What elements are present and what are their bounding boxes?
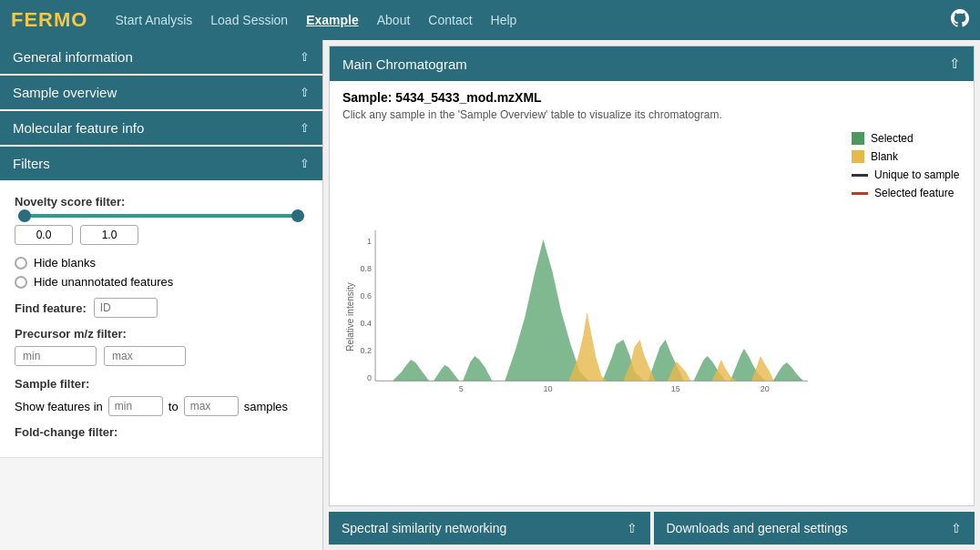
svg-marker-16 [505, 239, 588, 381]
accordion-sample-overview-label: Sample overview [13, 85, 117, 100]
svg-text:15: 15 [671, 384, 680, 393]
chromatogram-header[interactable]: Main Chromatogram ⇧ [330, 46, 974, 81]
spectral-panel[interactable]: Spectral similarity networking ⇧ [329, 512, 650, 545]
svg-text:0.4: 0.4 [361, 319, 373, 328]
sample-filter-label: Sample filter: [15, 377, 308, 391]
legend-unique-line [852, 174, 868, 177]
chromatogram-content: Sample: 5434_5433_mod.mzXML Click any sa… [330, 81, 974, 505]
nav-load-session[interactable]: Load Session [210, 13, 288, 27]
legend-selected-label: Selected [871, 132, 914, 145]
logo: FERMO [11, 8, 87, 32]
fold-change-label: Fold-change filter: [15, 425, 308, 439]
hide-unannotated-radio[interactable] [15, 276, 27, 289]
svg-marker-14 [434, 365, 459, 381]
sample-min-input[interactable] [108, 396, 163, 416]
github-icon[interactable] [951, 9, 969, 32]
svg-marker-21 [773, 362, 803, 381]
chromatogram-svg: Relative intensity 0 0.2 0.4 0.6 0.8 1 [342, 128, 844, 496]
sample-show-label: Show features in [15, 400, 103, 413]
svg-text:1: 1 [367, 237, 372, 246]
svg-text:10: 10 [543, 384, 552, 393]
chevron-filters-icon: ⇧ [300, 157, 310, 170]
legend-feature-label: Selected feature [874, 187, 954, 199]
svg-text:0.2: 0.2 [361, 346, 373, 355]
novelty-slider-thumb-left[interactable] [18, 209, 31, 222]
sidebar: General information ⇧ Sample overview ⇧ … [0, 40, 323, 550]
legend-selected: Selected [852, 132, 961, 145]
navbar: FERMO Start Analysis Load Session Exampl… [0, 0, 980, 40]
chevron-general-info-icon: ⇧ [300, 50, 310, 64]
sample-subtitle: Click any sample in the 'Sample Overview… [342, 108, 961, 121]
novelty-range-inputs [15, 225, 308, 245]
novelty-slider-track[interactable] [18, 214, 304, 218]
accordion-filters[interactable]: Filters ⇧ [0, 147, 322, 180]
main-layout: General information ⇧ Sample overview ⇧ … [0, 40, 980, 550]
precursor-label: Precursor m/z filter: [15, 327, 308, 341]
legend-unique: Unique to sample [852, 168, 961, 181]
bottom-panels: Spectral similarity networking ⇧ Downloa… [329, 512, 975, 545]
filters-panel: Novelty score filter: Hide blanks Hide u [0, 182, 322, 458]
svg-text:20: 20 [761, 384, 770, 393]
hide-unannotated-label: Hide unannotated features [34, 275, 173, 289]
nav-contact[interactable]: Contact [428, 13, 472, 27]
accordion-filters-label: Filters [13, 156, 50, 171]
chevron-molecular-icon: ⇧ [300, 121, 310, 135]
sample-to-label: to [168, 400, 179, 413]
chart-container: Relative intensity 0 0.2 0.4 0.6 0.8 1 [342, 128, 961, 496]
spectral-label: Spectral similarity networking [342, 521, 506, 535]
chart-area: Relative intensity 0 0.2 0.4 0.6 0.8 1 [342, 128, 844, 496]
svg-text:5: 5 [459, 384, 464, 393]
novelty-max-input[interactable] [80, 225, 138, 245]
legend-selected-feature: Selected feature [852, 187, 961, 199]
legend-blank-label: Blank [871, 150, 898, 163]
downloads-label: Downloads and general settings [667, 521, 848, 535]
find-feature-label: Find feature: [15, 301, 87, 315]
precursor-min-input[interactable] [15, 346, 97, 366]
novelty-label: Novelty score filter: [15, 195, 308, 209]
downloads-panel[interactable]: Downloads and general settings ⇧ [654, 512, 975, 545]
svg-marker-13 [393, 360, 429, 381]
svg-marker-22 [568, 312, 607, 381]
accordion-general-info-label: General information [13, 49, 133, 65]
nav-help[interactable]: Help [491, 13, 517, 27]
novelty-slider-fill [18, 214, 304, 218]
accordion-molecular-feature[interactable]: Molecular feature info ⇧ [0, 111, 322, 145]
hide-unannotated-row[interactable]: Hide unannotated features [15, 275, 308, 289]
novelty-slider-thumb-right[interactable] [291, 209, 304, 222]
chevron-chromatogram-icon: ⇧ [949, 56, 961, 72]
legend-unique-label: Unique to sample [874, 168, 959, 181]
hide-blanks-row[interactable]: Hide blanks [15, 256, 308, 270]
chart-legend: Selected Blank Unique to sample Sel [852, 128, 961, 496]
chromatogram-section: Main Chromatogram ⇧ Sample: 5434_5433_mo… [329, 46, 975, 506]
legend-selected-swatch [852, 132, 864, 145]
hide-blanks-label: Hide blanks [34, 256, 96, 270]
novelty-min-input[interactable] [15, 225, 73, 245]
svg-text:0.6: 0.6 [361, 291, 373, 300]
nav-about[interactable]: About [377, 13, 411, 27]
chevron-spectral-icon: ⇧ [627, 521, 638, 535]
accordion-general-info[interactable]: General information ⇧ [0, 40, 322, 74]
find-feature-row: Find feature: [15, 298, 308, 318]
legend-feature-line [852, 192, 868, 195]
legend-blank-swatch [852, 150, 864, 163]
svg-marker-15 [463, 356, 492, 381]
find-feature-input[interactable] [94, 298, 158, 318]
right-panel: Main Chromatogram ⇧ Sample: 5434_5433_mo… [323, 40, 980, 550]
legend-blank: Blank [852, 150, 961, 163]
accordion-molecular-label: Molecular feature info [13, 120, 144, 136]
nav-start-analysis[interactable]: Start Analysis [115, 13, 192, 27]
sample-max-input[interactable] [184, 396, 239, 416]
svg-text:0.8: 0.8 [361, 264, 373, 273]
sample-title: Sample: 5434_5433_mod.mzXML [342, 90, 961, 105]
svg-text:Relative intensity: Relative intensity [345, 282, 355, 351]
sample-filter-row: Show features in to samples [15, 396, 308, 416]
chromatogram-title: Main Chromatogram [342, 56, 467, 72]
chevron-downloads-icon: ⇧ [951, 521, 962, 535]
accordion-sample-overview[interactable]: Sample overview ⇧ [0, 76, 322, 109]
sample-samples-label: samples [244, 400, 288, 413]
nav-example[interactable]: Example [306, 13, 359, 27]
hide-blanks-radio[interactable] [15, 257, 27, 270]
precursor-max-input[interactable] [104, 346, 186, 366]
svg-text:0: 0 [367, 373, 372, 382]
chevron-sample-overview-icon: ⇧ [300, 86, 310, 99]
